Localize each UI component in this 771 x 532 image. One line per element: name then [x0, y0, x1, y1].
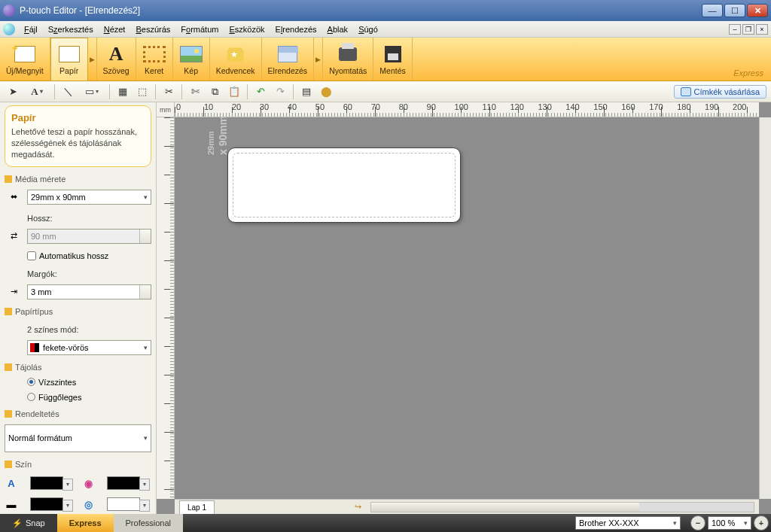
- screenshot-tool[interactable]: ✂: [160, 84, 177, 100]
- zoom-out-button[interactable]: −: [690, 515, 705, 530]
- media-size-combo[interactable]: 29mm x 90mm: [27, 190, 151, 205]
- paste-button[interactable]: 📋: [226, 84, 242, 100]
- copy-button[interactable]: ⧉: [206, 84, 223, 100]
- two-color-combo[interactable]: fekete-vörös: [27, 340, 151, 355]
- ruler-unit: mm: [157, 102, 175, 117]
- section-media-size: Média mérete: [5, 175, 151, 184]
- label-size-text: 29mmx 90mm: [203, 116, 229, 155]
- auto-length-checkbox[interactable]: [27, 251, 36, 260]
- database-button[interactable]: ⬤: [318, 84, 334, 100]
- mode-professional[interactable]: Professional: [114, 514, 184, 532]
- length-input[interactable]: 90 mm: [27, 229, 151, 244]
- orientation-portrait[interactable]: Függőleges: [27, 393, 151, 402]
- ribbon-favorites[interactable]: Kedvencek: [210, 38, 262, 81]
- ribbon-save[interactable]: Mentés: [373, 38, 412, 81]
- menu-edit[interactable]: Szerkesztés: [44, 23, 98, 35]
- pointer-tool[interactable]: ➤: [5, 84, 21, 100]
- menu-file[interactable]: Fájl: [20, 23, 42, 35]
- ribbon-mode-label: Express: [726, 65, 771, 81]
- canvas-stage[interactable]: 29mmx 90mm: [175, 117, 759, 499]
- paper-icon: [59, 46, 80, 62]
- ribbon-frame[interactable]: Keret: [136, 38, 173, 81]
- line-color-picker[interactable]: [30, 497, 63, 511]
- ribbon-expand-2[interactable]: ▶: [314, 38, 323, 81]
- table-tool[interactable]: ▦: [114, 84, 131, 100]
- frame-icon: [143, 46, 166, 62]
- align-tool[interactable]: ⬚: [134, 84, 151, 100]
- bg-color-picker[interactable]: [107, 497, 140, 511]
- menu-format[interactable]: Formátum: [176, 23, 223, 35]
- ribbon: Új/Megnyit Papír ▶ A Szöveg Keret Kép Ke…: [0, 38, 771, 81]
- app-icon: [3, 5, 15, 17]
- media-icon: ⬌: [5, 192, 23, 202]
- canvas-area: mm 0102030405060708090100110120130140150…: [157, 102, 771, 514]
- ribbon-new-open[interactable]: Új/Megnyit: [0, 38, 50, 81]
- section-orientation: Tájolás: [5, 363, 151, 372]
- length-icon: ⇄: [5, 231, 23, 241]
- menu-help[interactable]: Súgó: [354, 23, 382, 35]
- menu-insert[interactable]: Beszúrás: [131, 23, 175, 35]
- ruler-horizontal: 0102030405060708090100110120130140150160…: [175, 102, 759, 117]
- redo-button[interactable]: ↷: [272, 84, 288, 100]
- mdi-minimize-button[interactable]: –: [729, 24, 741, 35]
- menu-window[interactable]: Ablak: [323, 23, 353, 35]
- margins-input[interactable]: 3 mm: [27, 284, 151, 299]
- help-icon[interactable]: [3, 23, 15, 35]
- undo-button[interactable]: ↶: [252, 84, 269, 100]
- section-color: Szín: [5, 460, 151, 469]
- status-bar: ⚡ Snap Express Professional Brother XX-X…: [0, 514, 771, 532]
- infobox-title: Papír: [11, 112, 145, 123]
- mdi-close-button[interactable]: ×: [756, 24, 768, 35]
- label-preview[interactable]: [227, 147, 461, 223]
- fill-color-picker[interactable]: [107, 476, 140, 490]
- ribbon-layout[interactable]: Elrendezés: [262, 38, 315, 81]
- paper-infobox: Papír Lehetővé teszi a papír hosszának, …: [5, 105, 151, 167]
- close-button[interactable]: ✕: [747, 4, 768, 17]
- text-color-picker[interactable]: [30, 476, 63, 490]
- menu-view[interactable]: Nézet: [99, 23, 130, 35]
- save-icon: [385, 46, 401, 62]
- margins-icon: ⇥: [5, 287, 23, 296]
- bg-color-icon: ◎: [81, 499, 95, 510]
- vertical-scrollbar[interactable]: [759, 117, 771, 499]
- zoom-in-button[interactable]: +: [754, 515, 769, 530]
- ruler-vertical: [157, 117, 175, 499]
- sheet-nav-icon[interactable]: ↪: [355, 502, 361, 512]
- minimize-button[interactable]: —: [702, 4, 723, 17]
- buy-labels-text: Címkék vásárlása: [694, 87, 760, 96]
- margins-label: Margók:: [27, 269, 151, 278]
- mdi-restore-button[interactable]: ❐: [742, 24, 754, 35]
- printer-combo[interactable]: Brother XX-XXX: [575, 516, 681, 530]
- two-color-label: 2 színes mód:: [27, 325, 151, 334]
- new-icon: [14, 46, 35, 62]
- side-panel: Papír Lehetővé teszi a papír hosszának, …: [0, 102, 157, 514]
- shape-tool[interactable]: ▭: [79, 84, 105, 100]
- line-color-icon: ▬: [5, 499, 18, 510]
- ribbon-text[interactable]: A Szöveg: [97, 38, 136, 81]
- ribbon-expand-1[interactable]: ▶: [88, 38, 97, 81]
- menu-tools[interactable]: Eszközök: [224, 23, 269, 35]
- line-tool[interactable]: ＼: [59, 84, 76, 100]
- orientation-landscape[interactable]: Vízszintes: [27, 378, 151, 387]
- ribbon-image[interactable]: Kép: [173, 38, 210, 81]
- ribbon-print[interactable]: Nyomtatás: [323, 38, 373, 81]
- text-tool[interactable]: A: [24, 84, 50, 100]
- grid-button[interactable]: ▤: [298, 84, 315, 100]
- purpose-combo[interactable]: Normál formátum: [5, 424, 151, 452]
- window-title: P-touch Editor - [Elrendezés2]: [20, 5, 702, 16]
- mode-snap[interactable]: ⚡ Snap: [0, 514, 57, 532]
- bottom-bar: Lap 1 ↪: [175, 499, 759, 514]
- layout-icon: [278, 46, 297, 62]
- maximize-button[interactable]: ☐: [724, 4, 745, 17]
- ribbon-paper[interactable]: Papír: [50, 38, 88, 81]
- sheet-tab[interactable]: Lap 1: [179, 500, 215, 514]
- mode-express[interactable]: Express: [57, 514, 114, 532]
- favorites-icon: [226, 47, 245, 62]
- zoom-combo[interactable]: 100 %: [708, 516, 751, 530]
- menubar: Fájl Szerkesztés Nézet Beszúrás Formátum…: [0, 21, 771, 38]
- horizontal-scrollbar[interactable]: [370, 502, 754, 512]
- menu-layout[interactable]: Elrendezés: [271, 23, 322, 35]
- cut-button[interactable]: ✄: [187, 84, 203, 100]
- auto-length-check[interactable]: Automatikus hossz: [27, 251, 151, 260]
- buy-labels-button[interactable]: Címkék vásárlása: [674, 85, 766, 99]
